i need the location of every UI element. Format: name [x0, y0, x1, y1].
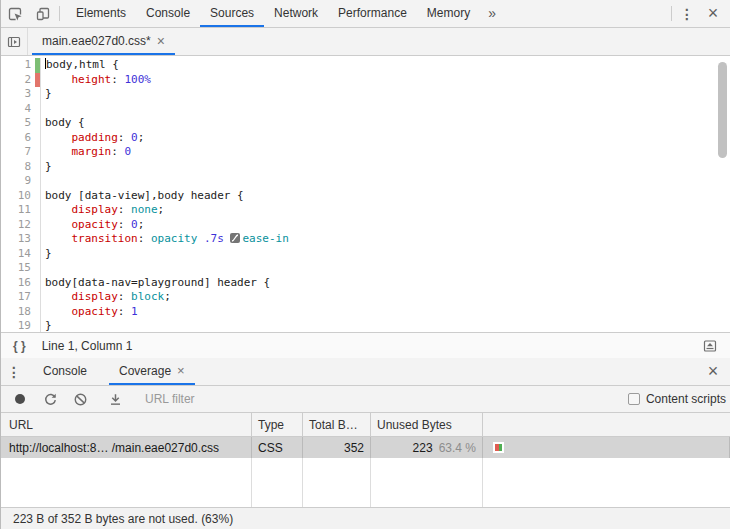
coverage-toolbar: Content scripts — [1, 386, 730, 413]
code-text: display: block; — [40, 290, 730, 305]
checkbox-label: Content scripts — [646, 392, 726, 406]
code-line[interactable]: 7 margin: 0 — [1, 145, 730, 160]
code-line[interactable]: 6 padding: 0; — [1, 131, 730, 146]
close-drawer-icon[interactable]: × — [700, 358, 726, 385]
file-tabbar: main.eae027d0.css* × — [1, 28, 730, 56]
column-header-type[interactable]: Type — [252, 413, 303, 436]
coverage-table: URL Type Total B… Unused Bytes http://lo… — [1, 413, 730, 507]
inspect-element-icon[interactable] — [1, 0, 29, 27]
reload-icon[interactable] — [35, 386, 65, 412]
line-number[interactable]: 6 — [1, 131, 35, 146]
content-scripts-checkbox[interactable]: Content scripts — [628, 392, 726, 406]
line-number[interactable]: 14 — [1, 247, 35, 262]
tab-memory[interactable]: Memory — [417, 0, 480, 27]
line-number[interactable]: 3 — [1, 87, 35, 102]
code-text: } — [40, 247, 730, 262]
close-coverage-tab-icon[interactable]: × — [177, 364, 185, 377]
code-line[interactable]: 17 display: block; — [1, 290, 730, 305]
line-number[interactable]: 16 — [1, 276, 35, 291]
line-number[interactable]: 10 — [1, 189, 35, 204]
url-filter-input[interactable] — [143, 391, 273, 407]
code-line[interactable]: 5body { — [1, 116, 730, 131]
table-row[interactable]: http://localhost:8… /main.eae027d0.css C… — [1, 437, 730, 458]
code-line[interactable]: 10body [data-view],body header { — [1, 189, 730, 204]
usage-bar — [493, 442, 504, 453]
pretty-print-icon[interactable]: { } — [7, 339, 32, 353]
tab-elements[interactable]: Elements — [66, 0, 136, 27]
column-header-unused-bytes[interactable]: Unused Bytes — [371, 413, 483, 436]
line-number[interactable]: 4 — [1, 102, 35, 117]
column-header-url[interactable]: URL — [1, 413, 252, 436]
code-line[interactable]: 13 transition: opacity .7s ease-in — [1, 232, 730, 247]
drawer-tab-console[interactable]: Console — [33, 358, 97, 385]
show-navigator-icon[interactable] — [1, 28, 28, 55]
file-tab-main-css[interactable]: main.eae027d0.css* × — [32, 28, 175, 55]
empty-cell — [483, 458, 730, 507]
export-icon[interactable] — [100, 386, 130, 412]
code-line[interactable]: 15 — [1, 261, 730, 276]
tab-sources[interactable]: Sources — [200, 0, 264, 27]
line-number[interactable]: 7 — [1, 145, 35, 160]
code-line[interactable]: 1body,html { — [1, 58, 730, 73]
more-tabs-icon[interactable]: » — [480, 0, 504, 27]
line-number[interactable]: 15 — [1, 261, 35, 276]
file-tab-label: main.eae027d0.css* — [42, 34, 151, 48]
code-line[interactable]: 14} — [1, 247, 730, 262]
line-number[interactable]: 17 — [1, 290, 35, 305]
drawer-tab-coverage[interactable]: Coverage × — [109, 358, 195, 385]
code-line[interactable]: 8} — [1, 160, 730, 175]
devtools-window: Elements Console Sources Network Perform… — [0, 0, 730, 529]
code-line[interactable]: 2 height: 100% — [1, 73, 730, 88]
device-toolbar-icon[interactable] — [29, 0, 57, 27]
code-line[interactable]: 12 opacity: 0; — [1, 218, 730, 233]
clear-icon[interactable] — [65, 386, 95, 412]
line-number[interactable]: 12 — [1, 218, 35, 233]
toolbar-separator — [671, 6, 672, 21]
code-line[interactable]: 19} — [1, 319, 730, 332]
overflow-menu-icon[interactable]: ⋮ — [674, 0, 700, 27]
line-number[interactable]: 8 — [1, 160, 35, 175]
code-text: body[data-nav=playground] header { — [40, 276, 730, 291]
editor-scrollbar-thumb[interactable] — [718, 62, 727, 158]
code-lines: 1body,html {2 height: 100%3}45body {6 pa… — [1, 58, 730, 332]
code-line[interactable]: 3} — [1, 87, 730, 102]
column-header-total-bytes[interactable]: Total B… — [303, 413, 371, 436]
cursor-position: Line 1, Column 1 — [42, 339, 133, 353]
record-coverage-icon[interactable] — [5, 386, 35, 412]
open-in-panel-icon[interactable] — [696, 338, 724, 354]
tab-console[interactable]: Console — [136, 0, 200, 27]
line-number[interactable]: 13 — [1, 232, 35, 247]
code-text: } — [40, 160, 730, 175]
code-text: padding: 0; — [40, 131, 730, 146]
column-header-visualization[interactable] — [483, 413, 730, 436]
tab-label: Elements — [76, 6, 126, 20]
drawer-menu-icon[interactable]: ⋮ — [1, 358, 27, 385]
line-number[interactable]: 11 — [1, 203, 35, 218]
code-line[interactable]: 9 — [1, 174, 730, 189]
code-line[interactable]: 4 — [1, 102, 730, 117]
toolbar-separator — [59, 6, 60, 21]
line-number[interactable]: 19 — [1, 319, 35, 332]
line-number[interactable]: 9 — [1, 174, 35, 189]
line-number[interactable]: 5 — [1, 116, 35, 131]
code-text: body { — [40, 116, 730, 131]
code-line[interactable]: 16body[data-nav=playground] header { — [1, 276, 730, 291]
tab-label: Sources — [210, 6, 254, 20]
line-number[interactable]: 18 — [1, 305, 35, 320]
code-text: opacity: 0; — [40, 218, 730, 233]
code-editor[interactable]: 1body,html {2 height: 100%3}45body {6 pa… — [1, 56, 730, 332]
code-line[interactable]: 11 display: none; — [1, 203, 730, 218]
checkbox-box[interactable] — [628, 393, 640, 405]
bezier-swatch-icon[interactable] — [230, 233, 240, 243]
close-file-tab-icon[interactable]: × — [157, 34, 165, 48]
empty-cell — [252, 458, 303, 507]
code-text: margin: 0 — [40, 145, 730, 160]
code-line[interactable]: 18 opacity: 1 — [1, 305, 730, 320]
row-total-bytes: 352 — [303, 437, 371, 458]
close-devtools-icon[interactable]: × — [700, 0, 726, 27]
tab-network[interactable]: Network — [264, 0, 328, 27]
tab-performance[interactable]: Performance — [328, 0, 417, 27]
line-number[interactable]: 2 — [1, 73, 35, 88]
line-number[interactable]: 1 — [1, 58, 35, 73]
record-dot — [15, 394, 25, 404]
